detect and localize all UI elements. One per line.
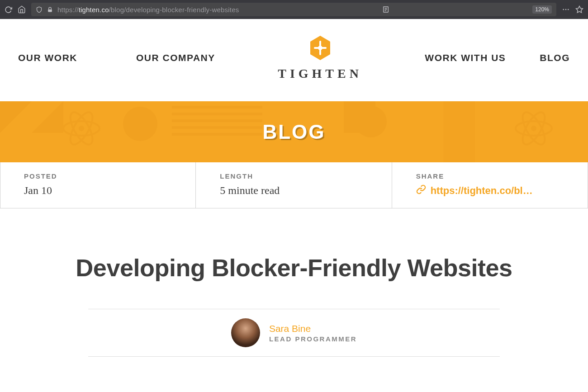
site-header: OUR WORK OUR COMPANY TIGHTEN WORK WITH U…	[0, 19, 588, 101]
meta-posted: POSTED Jan 10	[0, 162, 196, 208]
link-icon	[416, 184, 426, 197]
home-icon[interactable]	[18, 5, 26, 14]
meta-posted-value: Jan 10	[24, 184, 172, 197]
meta-row: POSTED Jan 10 LENGTH 5 minute read SHARE…	[0, 162, 588, 208]
nav-work-with-us[interactable]: WORK WITH US	[425, 52, 506, 63]
browser-toolbar: https://tighten.co/blog/developing-block…	[0, 0, 588, 19]
svg-rect-18	[172, 126, 262, 129]
svg-point-30	[531, 126, 536, 131]
svg-point-21	[355, 106, 387, 137]
nav-our-work[interactable]: OUR WORK	[18, 52, 77, 63]
svg-point-5	[563, 9, 564, 10]
share-link[interactable]: https://tighten.co/bl…	[416, 184, 564, 197]
svg-point-10	[318, 46, 322, 50]
author-name[interactable]: Sara Bine	[269, 323, 357, 334]
author-text: Sara Bine LEAD PROGRAMMER	[269, 323, 357, 343]
article-title: Developing Blocker-Friendly Websites	[18, 254, 570, 282]
reload-icon[interactable]	[5, 6, 12, 14]
svg-rect-0	[48, 9, 52, 11]
nav-right: WORK WITH US BLOG	[425, 52, 570, 63]
svg-point-14	[123, 107, 157, 141]
author-role: LEAD PROGRAMMER	[269, 335, 357, 343]
meta-length-label: LENGTH	[220, 172, 368, 180]
url-bar[interactable]: https://tighten.co/blog/developing-block…	[31, 3, 556, 16]
meta-length-value: 5 minute read	[220, 184, 368, 197]
svg-point-6	[565, 9, 567, 10]
svg-rect-15	[172, 106, 262, 109]
author-block: Sara Bine LEAD PROGRAMMER	[88, 309, 500, 357]
url-path: /blog/developing-blocker-friendly-websit…	[109, 6, 239, 14]
shield-icon[interactable]	[36, 6, 43, 13]
svg-rect-17	[172, 119, 262, 122]
nav-blog[interactable]: BLOG	[540, 52, 570, 63]
nav-left: OUR WORK OUR COMPANY	[18, 52, 215, 63]
logo-hex-icon	[308, 35, 332, 61]
svg-point-7	[568, 9, 569, 10]
nav-our-company[interactable]: OUR COMPANY	[136, 52, 215, 63]
share-url-text: https://tighten.co/bl…	[431, 185, 533, 197]
svg-rect-16	[172, 113, 262, 115]
bookmark-star-icon[interactable]	[575, 5, 583, 14]
meta-share-label: SHARE	[416, 172, 564, 180]
lock-icon[interactable]	[47, 7, 53, 13]
url-protocol: https://	[57, 6, 79, 14]
url-domain: tighten.co	[79, 6, 109, 14]
reader-mode-icon[interactable]	[382, 6, 389, 13]
hero-banner: BLOG	[0, 101, 588, 162]
svg-marker-8	[576, 6, 583, 13]
meta-posted-label: POSTED	[24, 172, 172, 180]
svg-rect-19	[172, 133, 262, 136]
more-icon[interactable]	[562, 5, 570, 14]
article: Developing Blocker-Friendly Websites Sar…	[0, 208, 588, 375]
hero-title: BLOG	[262, 121, 325, 143]
url-text: https://tighten.co/blog/developing-block…	[57, 6, 239, 14]
svg-marker-22	[443, 101, 475, 162]
author-avatar	[231, 318, 260, 347]
svg-point-26	[79, 126, 84, 131]
logo-wordmark: TIGHTEN	[278, 66, 362, 81]
logo[interactable]: TIGHTEN	[278, 35, 362, 81]
meta-share: SHARE https://tighten.co/bl…	[392, 162, 588, 208]
meta-length: LENGTH 5 minute read	[196, 162, 392, 208]
zoom-level[interactable]: 120%	[532, 5, 552, 14]
